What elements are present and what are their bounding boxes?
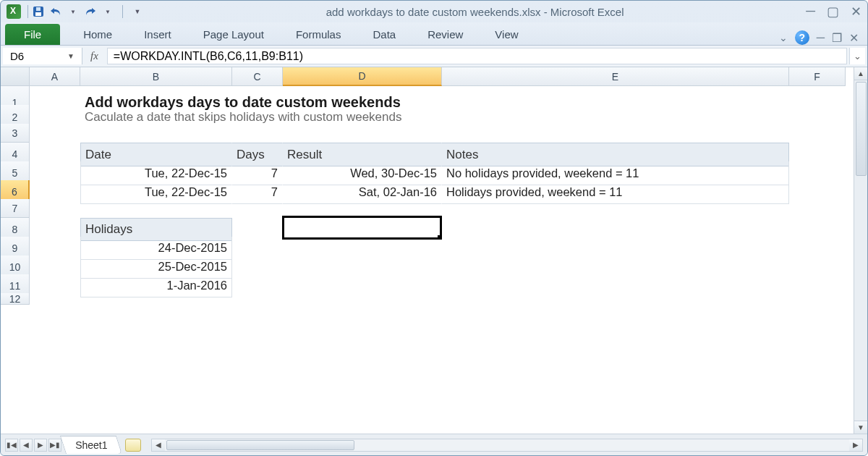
name-box[interactable]: D6 ▼ (3, 48, 82, 64)
last-sheet-icon[interactable]: ▶▮ (48, 439, 61, 452)
customize-qat-icon[interactable]: ▼ (131, 5, 144, 18)
scroll-thumb[interactable] (856, 82, 867, 176)
scroll-left-icon[interactable]: ◀ (152, 439, 165, 451)
workbook-minimize-icon[interactable]: ─ (817, 31, 825, 44)
maximize-icon[interactable]: ▢ (827, 4, 839, 20)
window-controls: ─ ▢ ✕ (806, 4, 861, 20)
next-sheet-icon[interactable]: ▶ (34, 439, 47, 452)
select-all-corner[interactable] (1, 67, 30, 86)
fx-icon[interactable]: fx (89, 50, 103, 62)
help-icon[interactable]: ? (795, 30, 809, 45)
row-header-3[interactable]: 3 (1, 124, 30, 143)
row-header-7[interactable]: 7 (1, 199, 30, 218)
cell[interactable] (232, 124, 283, 143)
undo-icon[interactable] (49, 5, 62, 18)
window-title: add workdays to date custom weekends.xls… (144, 6, 806, 18)
cell[interactable] (30, 293, 80, 305)
cell[interactable] (789, 199, 846, 218)
name-box-value: D6 (10, 50, 24, 62)
tab-page-layout[interactable]: Page Layout (187, 24, 280, 45)
formula-input[interactable]: =WORKDAY.INTL(B6,C6,11,B9:B11) (107, 48, 847, 64)
prev-sheet-icon[interactable]: ◀ (20, 439, 33, 452)
col-header-a[interactable]: A (30, 67, 80, 86)
save-icon[interactable] (32, 5, 45, 18)
tab-data[interactable]: Data (357, 24, 412, 45)
name-box-dropdown-icon[interactable]: ▼ (67, 52, 75, 60)
cell[interactable] (283, 293, 442, 305)
tab-view[interactable]: View (479, 24, 534, 45)
sheet-tab-sheet1[interactable]: Sheet1 (60, 436, 122, 454)
close-icon[interactable]: ✕ (851, 4, 861, 20)
expand-formula-bar-icon[interactable]: ⌄ (849, 48, 865, 64)
grid[interactable]: A B C D E F 1 Add workdays days to date … (1, 67, 867, 312)
cell-d6-value: Sat, 02-Jan-16 (359, 185, 437, 199)
cell[interactable] (80, 199, 232, 218)
sheet-nav: ▮◀ ◀ ▶ ▶▮ (5, 439, 61, 452)
col-header-b[interactable]: B (80, 67, 232, 86)
row-header-12[interactable]: 12 (1, 293, 30, 305)
formula-buttons: fx (85, 46, 107, 67)
cell[interactable] (232, 199, 283, 218)
worksheet-area: A B C D E F 1 Add workdays days to date … (1, 67, 867, 434)
sheet-tab-label: Sheet1 (75, 439, 107, 451)
cell[interactable] (232, 293, 283, 305)
tab-insert[interactable]: Insert (128, 24, 187, 45)
dropdown-icon[interactable]: ▼ (67, 5, 80, 18)
tab-home[interactable]: Home (67, 24, 128, 45)
separator (122, 5, 123, 18)
tab-file[interactable]: File (5, 24, 60, 45)
separator (27, 5, 28, 18)
formula-bar: D6 ▼ fx =WORKDAY.INTL(B6,C6,11,B9:B11) ⌄ (1, 46, 867, 67)
svg-rect-2 (36, 7, 41, 11)
first-sheet-icon[interactable]: ▮◀ (5, 439, 18, 452)
redo-icon[interactable] (84, 5, 97, 18)
quick-access-toolbar: ▼ ▼ ▼ (32, 5, 144, 18)
cell[interactable] (80, 293, 232, 305)
formula-text: =WORKDAY.INTL(B6,C6,11,B9:B11) (114, 50, 303, 63)
cell[interactable] (30, 124, 80, 143)
cell[interactable] (789, 124, 846, 143)
scroll-down-icon[interactable]: ▼ (854, 421, 867, 434)
cell[interactable] (442, 124, 789, 143)
new-sheet-icon[interactable] (125, 439, 141, 452)
minimize-icon[interactable]: ─ (806, 4, 815, 20)
col-header-c[interactable]: C (232, 67, 283, 86)
cell[interactable] (442, 293, 789, 305)
hscroll-thumb[interactable] (166, 440, 354, 450)
cell[interactable] (30, 199, 80, 218)
cell[interactable] (80, 124, 232, 143)
ribbon-options-icon[interactable]: ⌄ (779, 32, 788, 43)
titlebar: ▼ ▼ ▼ add workdays to date custom weeken… (1, 1, 867, 22)
cell-d6[interactable]: Sat, 02-Jan-16 (283, 180, 442, 204)
col-header-f[interactable]: F (789, 67, 846, 86)
workbook-restore-icon[interactable]: ❐ (832, 31, 842, 45)
cell[interactable] (442, 199, 789, 218)
excel-logo-icon (7, 4, 21, 19)
vertical-scrollbar[interactable]: ▲ ▼ (854, 67, 867, 434)
cell[interactable] (283, 124, 442, 143)
col-header-e[interactable]: E (442, 67, 789, 86)
horizontal-scrollbar[interactable]: ◀ ▶ (151, 439, 863, 452)
ribbon: File Home Insert Page Layout Formulas Da… (1, 22, 867, 46)
ribbon-right-controls: ⌄ ? ─ ❐ ✕ (779, 30, 867, 45)
tab-formulas[interactable]: Formulas (280, 24, 357, 45)
svg-rect-1 (35, 12, 41, 16)
workbook-close-icon[interactable]: ✕ (849, 31, 859, 45)
cell[interactable] (789, 293, 846, 305)
col-header-d[interactable]: D (283, 67, 442, 86)
dropdown-icon[interactable]: ▼ (101, 5, 114, 18)
scroll-right-icon[interactable]: ▶ (849, 439, 862, 451)
app-window: ▼ ▼ ▼ add workdays to date custom weeken… (0, 0, 868, 456)
tab-review[interactable]: Review (412, 24, 479, 45)
sheet-tab-bar: ▮◀ ◀ ▶ ▶▮ Sheet1 ◀ ▶ (1, 434, 867, 455)
scroll-up-icon[interactable]: ▲ (854, 67, 867, 80)
